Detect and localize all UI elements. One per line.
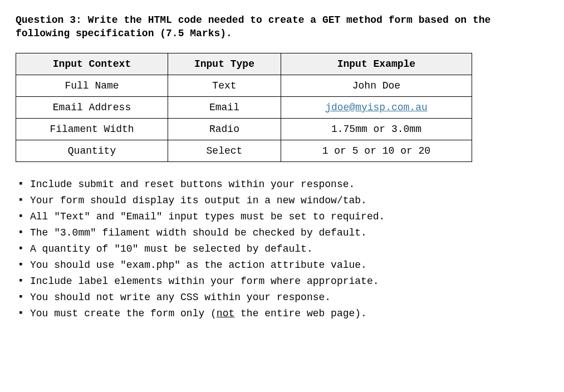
cell-example: 1 or 5 or 10 or 20: [281, 140, 472, 161]
underlined-word: not: [217, 308, 234, 319]
col-header-context: Input Context: [16, 53, 168, 75]
cell-example: 1.75mm or 3.0mm: [281, 118, 472, 140]
table-row: Full NameTextJohn Doe: [16, 75, 472, 96]
list-item: You should not write any CSS within your…: [30, 290, 548, 306]
list-item: You must create the form only (not the e…: [30, 306, 548, 322]
list-item-text: the entire web page).: [234, 308, 367, 319]
table-row: Filament WidthRadio1.75mm or 3.0mm: [16, 118, 472, 140]
list-item: Include submit and reset buttons within …: [30, 177, 548, 193]
specification-table: Input Context Input Type Input Example F…: [16, 53, 472, 162]
list-item: Your form should display its output in a…: [30, 193, 548, 209]
list-item: The "3.0mm" filament width should be che…: [30, 225, 548, 241]
cell-type: Text: [168, 75, 281, 96]
list-item: All "Text" and "Email" input types must …: [30, 209, 548, 225]
question-heading: Question 3: Write the HTML code needed t…: [16, 13, 548, 41]
cell-example: John Doe: [281, 75, 472, 96]
cell-context: Email Address: [16, 96, 168, 118]
list-item: Include label elements within your form …: [30, 273, 548, 290]
table-row: Email AddressEmailjdoe@myisp.com.au: [16, 96, 472, 118]
table-body: Full NameTextJohn DoeEmail AddressEmailj…: [16, 75, 472, 161]
list-item: You should use "exam.php" as the action …: [30, 257, 548, 273]
table-row: QuantitySelect1 or 5 or 10 or 20: [16, 140, 472, 161]
cell-context: Full Name: [16, 75, 168, 96]
table-header-row: Input Context Input Type Input Example: [16, 53, 472, 75]
cell-type: Email: [168, 96, 281, 118]
cell-context: Quantity: [16, 140, 168, 161]
requirements-list: Include submit and reset buttons within …: [16, 177, 548, 322]
cell-type: Radio: [168, 118, 281, 140]
col-header-type: Input Type: [168, 53, 281, 75]
email-link[interactable]: jdoe@myisp.com.au: [325, 102, 428, 113]
col-header-example: Input Example: [281, 53, 472, 75]
list-item: A quantity of "10" must be selected by d…: [30, 241, 548, 257]
list-item-text: You must create the form only (: [30, 308, 217, 319]
cell-example: jdoe@myisp.com.au: [281, 96, 472, 118]
cell-context: Filament Width: [16, 118, 168, 140]
question-prefix: Question 3:: [16, 14, 88, 26]
cell-type: Select: [168, 140, 281, 161]
